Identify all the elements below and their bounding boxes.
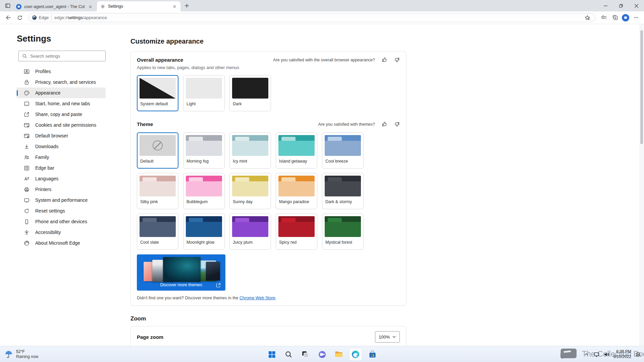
sidebar-item-family[interactable]: Family bbox=[16, 152, 106, 163]
system-tray: 6:39 PM 9/10/2022 bbox=[583, 346, 641, 362]
theme-option-label: Juicy plum bbox=[233, 240, 268, 245]
sidebar-item-label: Edge bar bbox=[35, 165, 54, 171]
back-button[interactable] bbox=[3, 13, 13, 23]
theme-grid: DefaultMorning fogIcy mintIsland getaway… bbox=[137, 132, 400, 250]
thumbs-down-icon[interactable] bbox=[394, 121, 400, 127]
overall-feedback-text: Are you satisfied with the overall brows… bbox=[273, 58, 375, 62]
sidebar-item-start[interactable]: Start, home, and new tabs bbox=[16, 98, 106, 109]
tab-collection-book[interactable]: user-agent.user_agent - The Coll bbox=[13, 3, 97, 11]
theme-title: Theme bbox=[137, 121, 153, 127]
collections-icon[interactable] bbox=[610, 13, 620, 22]
theme-option-cool-breeze[interactable]: Cool breeze bbox=[322, 132, 364, 169]
menu-ellipsis-icon[interactable] bbox=[631, 13, 641, 22]
discover-more-themes-banner[interactable]: Discover more themes bbox=[137, 254, 225, 291]
sidebar-item-accessibility[interactable]: Accessibility bbox=[16, 227, 106, 238]
minimize-button[interactable] bbox=[598, 0, 613, 11]
taskbar-chat-icon[interactable] bbox=[316, 348, 328, 361]
sidebar-item-phone[interactable]: Phone and other devices bbox=[16, 216, 106, 227]
theme-option-dark-stormy[interactable]: Dark & stormy bbox=[322, 173, 364, 209]
settings-main: Customize appearance Overall appearance … bbox=[116, 24, 644, 346]
sidebar-item-reset[interactable]: Reset settings bbox=[16, 205, 106, 216]
sidebar-item-system[interactable]: System and performance bbox=[16, 195, 106, 205]
sidebar-item-privacy[interactable]: Privacy, search, and services bbox=[16, 77, 106, 87]
theme-option-silky-pink[interactable]: Silky pink bbox=[137, 173, 178, 209]
search-input[interactable] bbox=[30, 54, 102, 59]
privacy-icon bbox=[23, 79, 30, 85]
new-tab-button[interactable] bbox=[182, 1, 191, 10]
notification-bell-icon[interactable] bbox=[635, 351, 641, 358]
taskbar: 52°F Raining now The Collection Book 6:3… bbox=[0, 346, 644, 362]
volume-icon[interactable] bbox=[603, 351, 610, 358]
sidebar-item-appearance[interactable]: Appearance bbox=[16, 87, 106, 98]
network-icon[interactable] bbox=[593, 351, 600, 358]
theme-option-label: Island getaway bbox=[279, 159, 315, 164]
page-zoom-title: Page zoom bbox=[137, 334, 163, 340]
address-bar[interactable]: Edge edge://settings/appearance bbox=[28, 13, 596, 22]
sidebar-item-label: Default browser bbox=[35, 133, 68, 138]
thumbs-down-icon[interactable] bbox=[394, 57, 400, 63]
tab-settings[interactable]: Settings bbox=[97, 1, 180, 11]
theme-option-sunny-day[interactable]: Sunny day bbox=[229, 173, 271, 209]
theme-option-mystical-forest[interactable]: Mystical forest bbox=[322, 214, 364, 250]
scrollbar-track[interactable] bbox=[639, 24, 644, 346]
add-favorite-icon[interactable] bbox=[583, 13, 592, 22]
sidebar-item-label: System and performance bbox=[35, 197, 88, 203]
scrollbar-thumb[interactable] bbox=[640, 30, 643, 144]
taskbar-task-view-icon[interactable] bbox=[299, 348, 312, 361]
favorites-icon[interactable] bbox=[599, 13, 608, 22]
sidebar-item-profiles[interactable]: Profiles bbox=[16, 66, 106, 77]
theme-preview bbox=[278, 176, 315, 196]
sidebar-item-downloads[interactable]: Downloads bbox=[16, 141, 106, 152]
taskbar-clock[interactable]: 6:39 PM 9/10/2022 bbox=[613, 349, 631, 359]
theme-option-mango-paradise[interactable]: Mango paradise bbox=[276, 173, 317, 209]
theme-option-default[interactable]: Default bbox=[137, 132, 178, 169]
tab-title: user-agent.user_agent - The Coll bbox=[24, 4, 85, 9]
page-zoom-select[interactable]: 100% bbox=[375, 331, 400, 343]
sidebar-item-label: Languages bbox=[35, 176, 58, 181]
theme-option-morning-fog[interactable]: Morning fog bbox=[183, 132, 225, 169]
sidebar-item-cookies[interactable]: Cookies and site permissions bbox=[16, 120, 106, 130]
sidebar-item-edge-bar[interactable]: Edge bar bbox=[16, 163, 106, 173]
thumbs-up-icon[interactable] bbox=[382, 57, 387, 63]
close-button[interactable] bbox=[629, 0, 644, 11]
theme-option-spicy-red[interactable]: Spicy red bbox=[276, 214, 317, 250]
theme-feedback-text: Are you satisfied with themes? bbox=[318, 122, 375, 127]
tab-close-icon[interactable] bbox=[88, 4, 93, 9]
refresh-button[interactable] bbox=[15, 13, 25, 23]
appearance-option-system-default[interactable]: System default bbox=[137, 75, 178, 111]
theme-option-island-getaway[interactable]: Island getaway bbox=[276, 132, 317, 169]
theme-option-juicy-plum[interactable]: Juicy plum bbox=[229, 214, 271, 250]
theme-preview bbox=[325, 176, 361, 196]
tab-close-icon[interactable] bbox=[172, 4, 177, 9]
taskbar-file-explorer-icon[interactable] bbox=[332, 348, 345, 361]
appearance-icon bbox=[23, 90, 30, 96]
theme-option-moonlight-glow[interactable]: Moonlight glow bbox=[183, 214, 225, 250]
theme-option-cool-slate[interactable]: Cool slate bbox=[137, 214, 178, 250]
theme-option-label: Cool breeze bbox=[325, 159, 361, 164]
search-settings-box[interactable] bbox=[18, 51, 106, 61]
taskbar-search-icon[interactable] bbox=[282, 348, 295, 361]
thumbs-up-icon[interactable] bbox=[382, 121, 387, 127]
restore-button[interactable] bbox=[613, 0, 629, 11]
sidebar-item-about-edge[interactable]: About Microsoft Edge bbox=[16, 238, 106, 248]
profile-avatar[interactable] bbox=[622, 14, 629, 21]
appearance-option-label: Dark bbox=[233, 102, 268, 106]
sidebar-item-default-browser[interactable]: Default browser bbox=[16, 130, 106, 141]
appearance-option-dark[interactable]: Dark bbox=[229, 75, 271, 111]
page-title: Customize appearance bbox=[130, 38, 644, 45]
taskbar-start-icon[interactable] bbox=[265, 348, 278, 361]
theme-option-icy-mint[interactable]: Icy mint bbox=[229, 132, 271, 169]
taskbar-store-icon[interactable] bbox=[366, 348, 379, 361]
theme-option-bubblegum[interactable]: Bubblegum bbox=[183, 173, 225, 209]
sidebar-item-printers[interactable]: Printers bbox=[16, 184, 106, 195]
sidebar-item-languages[interactable]: Languages bbox=[16, 173, 106, 184]
appearance-option-light[interactable]: Light bbox=[183, 75, 225, 111]
site-chip[interactable]: Edge bbox=[32, 15, 49, 20]
theme-preview bbox=[140, 176, 176, 196]
hidden-icons-chevron[interactable] bbox=[583, 351, 590, 358]
book-watermark-icon bbox=[558, 346, 579, 362]
tab-actions-menu-icon[interactable] bbox=[3, 1, 13, 10]
chrome-web-store-link[interactable]: Chrome Web Store bbox=[239, 296, 275, 300]
sidebar-item-share[interactable]: Share, copy and paste bbox=[16, 109, 106, 120]
taskbar-edge-icon[interactable] bbox=[349, 348, 362, 361]
